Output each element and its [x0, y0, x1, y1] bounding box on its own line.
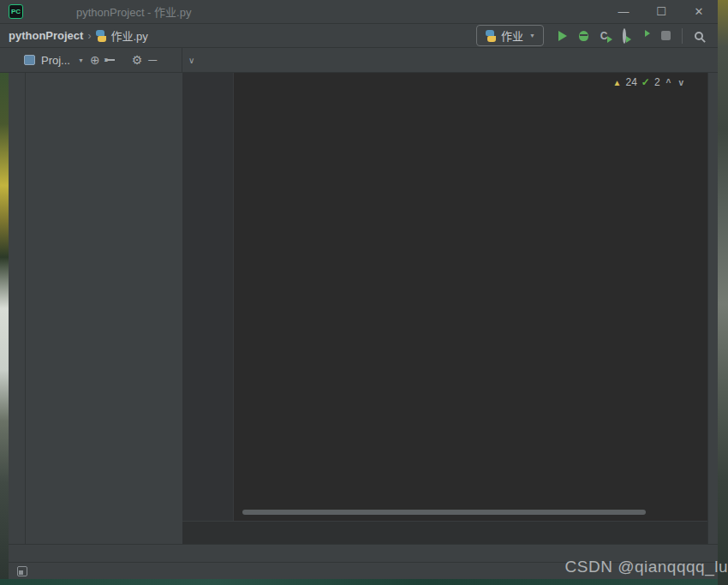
collapse-all-button[interactable] — [106, 55, 116, 65]
project-view-selector[interactable]: Proj... — [41, 54, 70, 67]
editor-tab-bar: Proj... ▼ ⊕ ⚙ ─ ∨ — [0, 48, 718, 73]
breadcrumb-bar — [182, 521, 707, 544]
nav-breadcrumb-project[interactable]: pythonProject — [9, 29, 83, 42]
warning-triangle-icon: ▲ — [613, 78, 622, 87]
warning-count: 24 — [625, 76, 636, 88]
concurrency-diagram-button[interactable] — [635, 26, 655, 46]
desktop-wallpaper-bottom — [0, 579, 718, 585]
passed-count: 2 — [654, 76, 660, 88]
title-bar: PC pythonProject - 作业.py — ☐ ✕ — [0, 0, 718, 24]
stop-button[interactable] — [655, 26, 676, 46]
toolbar-divider — [682, 28, 683, 44]
run-with-coverage-button[interactable]: C — [594, 26, 614, 46]
desktop-wallpaper-right — [718, 0, 728, 585]
debug-button[interactable] — [573, 26, 594, 46]
close-button[interactable]: ✕ — [680, 5, 718, 18]
nav-breadcrumb-file[interactable]: 作业.py — [110, 27, 147, 44]
editor-gutter — [182, 73, 234, 521]
code-editor[interactable]: ▲ 24 ✓ 2 ^ v — [182, 73, 707, 544]
locate-file-button[interactable]: ⊕ — [90, 53, 100, 67]
profiler-button[interactable] — [614, 26, 635, 46]
window-controls: — ☐ ✕ — [605, 5, 718, 18]
search-everywhere-button[interactable] — [689, 26, 709, 46]
stop-icon — [661, 31, 671, 40]
inspection-widget[interactable]: ▲ 24 ✓ 2 ^ v — [613, 76, 685, 88]
editor-horizontal-scrollbar[interactable] — [242, 510, 646, 515]
next-issue-chevron-icon[interactable]: v — [677, 78, 685, 87]
error-stripe[interactable] — [694, 73, 707, 521]
python-file-icon — [95, 30, 107, 42]
csdn-watermark: CSDN @qianqqqq_lu — [565, 558, 728, 576]
run-button[interactable] — [552, 26, 573, 46]
check-icon: ✓ — [641, 76, 650, 88]
main-area: ▲ 24 ✓ 2 ^ v — [9, 73, 707, 544]
run-toolbar: 作业 ▼ C — [476, 25, 709, 46]
settings-gear-button[interactable]: ⚙ — [132, 53, 143, 67]
hidden-tabs-chevron[interactable]: ∨ — [182, 48, 200, 72]
window-title: pythonProject - 作业.py — [76, 3, 191, 20]
desktop-wallpaper-left — [0, 73, 9, 585]
pycharm-window: PC pythonProject - 作业.py — ☐ ✕ pythonPro… — [0, 0, 728, 585]
coverage-icon: C — [600, 30, 608, 42]
minimize-button[interactable]: — — [605, 5, 642, 18]
pycharm-logo-icon: PC — [9, 4, 23, 19]
run-config-selector[interactable]: 作业 ▼ — [476, 25, 544, 46]
bug-icon — [579, 31, 588, 41]
profiler-clock-icon — [623, 30, 626, 42]
tool-window-toggle-icon[interactable] — [17, 566, 27, 576]
run-config-name: 作业 — [501, 27, 523, 44]
search-icon — [695, 32, 703, 40]
project-panel-icon — [24, 55, 35, 65]
left-tool-window-bar — [9, 73, 26, 544]
chevron-down-icon: ▼ — [78, 57, 84, 63]
play-icon — [558, 31, 567, 41]
project-panel-header: Proj... ▼ ⊕ ⚙ ─ — [0, 48, 182, 72]
hide-panel-button[interactable]: ─ — [148, 53, 157, 67]
maximize-button[interactable]: ☐ — [642, 5, 680, 18]
navigation-toolbar: pythonProject › 作业.py 作业 ▼ C — [0, 24, 718, 48]
chevron-down-icon: ▼ — [529, 33, 535, 39]
chevron-right-icon: › — [87, 30, 91, 42]
right-tool-window-bar — [707, 48, 718, 544]
project-tree-panel — [26, 73, 182, 544]
python-file-icon — [485, 30, 497, 42]
prev-issue-chevron-icon[interactable]: ^ — [665, 78, 673, 87]
